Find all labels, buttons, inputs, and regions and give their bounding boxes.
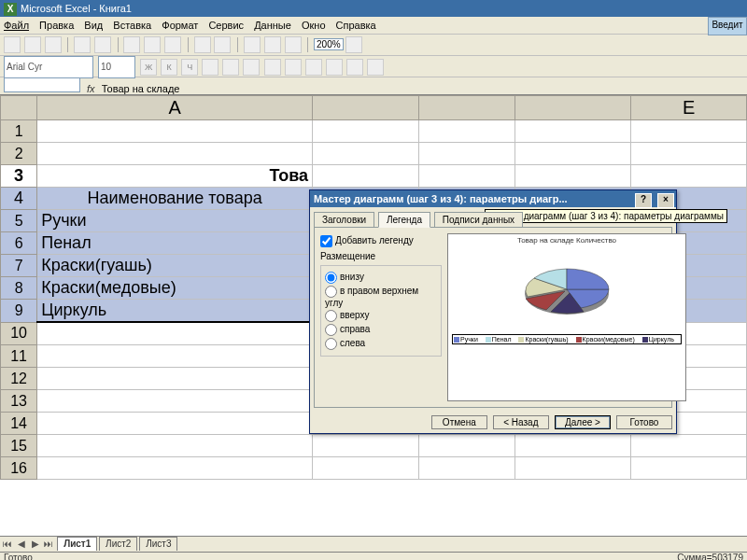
row-header[interactable]: 5 bbox=[1, 210, 37, 232]
menu-edit[interactable]: Правка bbox=[39, 20, 74, 31]
cell-item[interactable]: Краски(гуашь) bbox=[37, 255, 313, 277]
tab-nav-prev[interactable]: ◀ bbox=[16, 538, 27, 551]
col-header-d[interactable] bbox=[515, 96, 631, 120]
font-name-combo[interactable]: Arial Cyr bbox=[4, 56, 93, 78]
placement-group-title: Размещение bbox=[320, 251, 442, 261]
row-header[interactable]: 7 bbox=[1, 255, 37, 277]
sort-desc-button[interactable] bbox=[264, 36, 281, 53]
formula-bar: fx Товар на складе bbox=[0, 77, 747, 95]
bold-button[interactable]: Ж bbox=[140, 59, 157, 76]
merge-button[interactable] bbox=[264, 59, 281, 76]
menu-data[interactable]: Данные bbox=[254, 20, 291, 31]
menu-file[interactable]: Файл bbox=[4, 20, 29, 31]
menu-window[interactable]: Окно bbox=[302, 20, 326, 31]
chart-preview: Товар на складе Количество Ручки Пенал К… bbox=[447, 233, 686, 401]
print-button[interactable] bbox=[74, 36, 91, 53]
redo-button[interactable] bbox=[214, 36, 231, 53]
finish-button[interactable]: Готово bbox=[616, 415, 672, 429]
col-header-b[interactable] bbox=[313, 96, 419, 120]
cell-header-name[interactable]: Наименование товара bbox=[37, 188, 313, 210]
cell-item[interactable]: Пенал bbox=[37, 232, 313, 255]
open-button[interactable] bbox=[24, 36, 41, 53]
dialog-help-button[interactable]: ? bbox=[635, 193, 652, 208]
paste-button[interactable] bbox=[164, 36, 181, 53]
row-header[interactable]: 16 bbox=[1, 457, 37, 480]
currency-button[interactable] bbox=[285, 59, 302, 76]
row-header[interactable]: 9 bbox=[1, 300, 37, 323]
align-left-button[interactable] bbox=[202, 59, 218, 76]
tab-nav-first[interactable]: ⏮ bbox=[2, 538, 13, 551]
placement-top-right[interactable]: в правом верхнем углу bbox=[325, 286, 437, 308]
dialog-title: Мастер диаграмм (шаг 3 из 4): параметры … bbox=[314, 190, 568, 207]
align-right-button[interactable] bbox=[243, 59, 260, 76]
undo-button[interactable] bbox=[194, 36, 211, 53]
row-header[interactable]: 13 bbox=[1, 390, 37, 413]
sheet-tab-1[interactable]: Лист1 bbox=[57, 537, 97, 551]
select-all-corner[interactable] bbox=[1, 96, 37, 120]
sort-asc-button[interactable] bbox=[244, 36, 261, 53]
row-header[interactable]: 12 bbox=[1, 368, 37, 390]
chart-wizard-dialog: Мастер диаграмм (шаг 3 из 4): параметры … bbox=[309, 189, 677, 434]
menu-insert[interactable]: Вставка bbox=[113, 20, 151, 31]
tab-nav-next[interactable]: ▶ bbox=[30, 538, 41, 551]
add-legend-checkbox[interactable]: Добавить легенду bbox=[320, 235, 442, 247]
cell-item[interactable]: Циркуль bbox=[37, 300, 313, 323]
help-search-box[interactable]: Введит bbox=[708, 17, 747, 35]
row-header[interactable]: 3 bbox=[1, 165, 37, 188]
row-header[interactable]: 6 bbox=[1, 232, 37, 255]
cancel-button[interactable]: Отмена bbox=[431, 415, 487, 429]
copy-button[interactable] bbox=[144, 36, 161, 53]
row-header[interactable]: 2 bbox=[1, 143, 37, 165]
tab-nav-last[interactable]: ⏭ bbox=[43, 538, 54, 551]
zoom-combo[interactable]: 200% bbox=[314, 38, 344, 50]
name-box[interactable] bbox=[4, 77, 80, 92]
menu-view[interactable]: Вид bbox=[84, 20, 103, 31]
cell-item[interactable]: Ручки bbox=[37, 210, 313, 232]
chart-wizard-button[interactable] bbox=[285, 36, 302, 53]
placement-right[interactable]: справа bbox=[325, 324, 437, 336]
align-center-button[interactable] bbox=[222, 59, 239, 76]
italic-button[interactable]: К bbox=[161, 59, 177, 76]
status-bar: Готово Сумма=503179 bbox=[0, 552, 747, 560]
font-size-combo[interactable]: 10 bbox=[98, 56, 135, 78]
standard-toolbar: 200% bbox=[0, 35, 747, 56]
help-button[interactable] bbox=[345, 36, 362, 53]
row-header[interactable]: 1 bbox=[1, 120, 37, 143]
placement-bottom[interactable]: внизу bbox=[325, 272, 437, 284]
cell-title[interactable]: Това bbox=[37, 165, 313, 188]
menu-format[interactable]: Формат bbox=[162, 20, 198, 31]
sheet-tab-2[interactable]: Лист2 bbox=[99, 537, 137, 551]
fill-color-button[interactable] bbox=[346, 59, 363, 76]
tab-legend[interactable]: Легенда bbox=[378, 212, 430, 228]
dialog-close-button[interactable]: × bbox=[657, 193, 674, 208]
col-header-e[interactable]: E bbox=[631, 96, 747, 120]
placement-top[interactable]: вверху bbox=[325, 310, 437, 322]
spreadsheet-grid[interactable]: A E 1 2 3Това 4Наименование товараКол 5Р… bbox=[0, 95, 747, 536]
placement-left[interactable]: слева bbox=[325, 338, 437, 350]
underline-button[interactable]: Ч bbox=[181, 59, 198, 76]
row-header[interactable]: 10 bbox=[1, 322, 37, 345]
cell-item[interactable]: Краски(медовые) bbox=[37, 277, 313, 300]
row-header[interactable]: 11 bbox=[1, 345, 37, 368]
col-header-a[interactable]: A bbox=[37, 96, 313, 120]
sheet-tab-3[interactable]: Лист3 bbox=[139, 537, 177, 551]
preview-button[interactable] bbox=[94, 36, 111, 53]
menu-help[interactable]: Справка bbox=[336, 20, 376, 31]
save-button[interactable] bbox=[45, 36, 62, 53]
percent-button[interactable] bbox=[305, 59, 322, 76]
tab-headers[interactable]: Заголовки bbox=[314, 212, 374, 227]
borders-button[interactable] bbox=[326, 59, 343, 76]
menu-tools[interactable]: Сервис bbox=[208, 20, 244, 31]
row-header[interactable]: 14 bbox=[1, 413, 37, 435]
row-header[interactable]: 4 bbox=[1, 188, 37, 210]
col-header-c[interactable] bbox=[418, 96, 515, 120]
row-header[interactable]: 15 bbox=[1, 435, 37, 457]
cut-button[interactable] bbox=[123, 36, 140, 53]
next-button[interactable]: Далее > bbox=[555, 415, 611, 429]
row-header[interactable]: 8 bbox=[1, 277, 37, 300]
back-button[interactable]: < Назад bbox=[493, 415, 549, 429]
new-button[interactable] bbox=[4, 36, 21, 53]
dialog-titlebar[interactable]: Мастер диаграмм (шаг 3 из 4): параметры … bbox=[310, 190, 676, 207]
tab-data-labels[interactable]: Подписи данных bbox=[434, 212, 523, 227]
font-color-button[interactable] bbox=[367, 59, 384, 76]
